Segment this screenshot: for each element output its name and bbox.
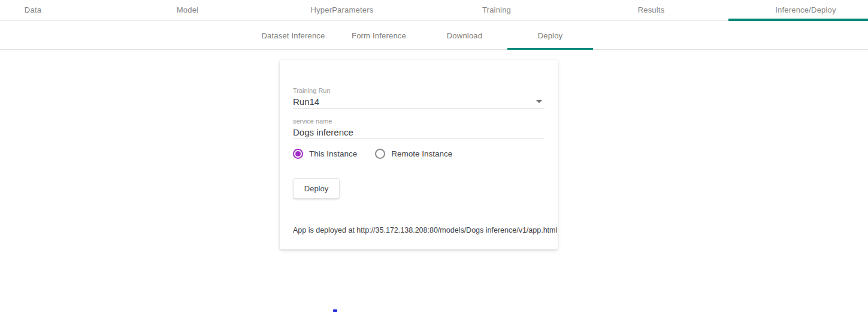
subtab-label: Deploy xyxy=(538,31,563,40)
tab-label: HyperParameters xyxy=(311,5,374,14)
radio-remote-instance[interactable]: Remote Instance xyxy=(375,149,452,159)
active-subtab-indicator xyxy=(507,48,593,50)
subtab-download[interactable]: Download xyxy=(422,21,507,50)
tab-label: Model xyxy=(177,5,198,14)
sub-tab-bar: Dataset Inference Form Inference Downloa… xyxy=(0,21,868,50)
main-tab-bar: Data Model HyperParameters Training Resu… xyxy=(0,0,868,21)
radio-label: This Instance xyxy=(309,149,357,158)
deploy-button[interactable]: Deploy xyxy=(293,178,340,198)
instance-radio-group: This Instance Remote Instance xyxy=(293,149,545,159)
chevron-down-icon xyxy=(536,100,542,103)
training-run-select[interactable]: Run14 xyxy=(293,95,545,109)
main-tab-strip: Data Model HyperParameters Training Resu… xyxy=(0,0,868,21)
service-name-value: Dogs inference xyxy=(293,127,353,137)
service-name-label: service name xyxy=(293,118,545,125)
subtab-label: Download xyxy=(447,31,482,40)
deploy-status-text: App is deployed at http://35.172.138.208… xyxy=(293,226,545,234)
radio-label: Remote Instance xyxy=(391,149,452,158)
subtab-deploy[interactable]: Deploy xyxy=(507,21,593,50)
service-name-input[interactable]: Dogs inference xyxy=(293,125,545,139)
subtab-dataset-inference[interactable]: Dataset Inference xyxy=(250,21,336,50)
deploy-card: Training Run Run14 service name Dogs inf… xyxy=(280,60,558,249)
tab-hyperparameters[interactable]: HyperParameters xyxy=(265,0,419,21)
radio-dot xyxy=(295,151,301,156)
tab-label: Inference/Deploy xyxy=(775,5,836,14)
radio-selected-icon xyxy=(293,149,303,159)
subtab-label: Form Inference xyxy=(352,31,406,40)
tab-label: Data xyxy=(25,5,41,14)
tab-results[interactable]: Results xyxy=(574,0,728,21)
tab-label: Training xyxy=(482,5,511,14)
subtab-label: Dataset Inference xyxy=(261,31,325,40)
clipped-bottom-artifact xyxy=(333,309,337,312)
subtab-form-inference[interactable]: Form Inference xyxy=(336,21,422,50)
radio-this-instance[interactable]: This Instance xyxy=(293,149,357,159)
training-run-field: Training Run Run14 xyxy=(293,60,545,109)
tab-training[interactable]: Training xyxy=(419,0,574,21)
service-name-field: service name Dogs inference xyxy=(293,118,545,139)
tab-data[interactable]: Data xyxy=(0,0,110,21)
radio-unselected-icon xyxy=(375,149,385,159)
tab-model[interactable]: Model xyxy=(110,0,265,21)
training-run-value: Run14 xyxy=(293,97,319,107)
sub-tab-strip: Dataset Inference Form Inference Downloa… xyxy=(250,21,868,50)
training-run-label: Training Run xyxy=(293,87,545,95)
tab-inference-deploy[interactable]: Inference/Deploy xyxy=(728,0,868,21)
tab-label: Results xyxy=(638,5,665,14)
